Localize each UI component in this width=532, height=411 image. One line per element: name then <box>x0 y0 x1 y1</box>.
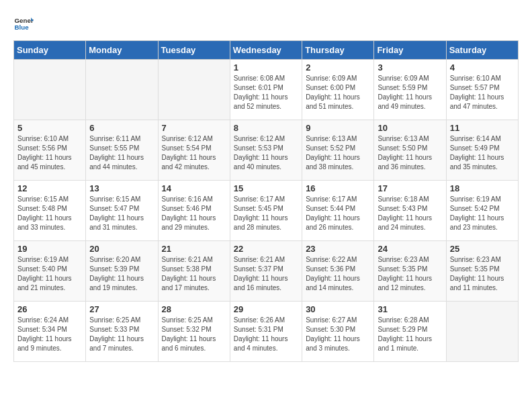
calendar-cell: 20Sunrise: 6:20 AM Sunset: 5:39 PM Dayli… <box>86 241 158 302</box>
day-info: Sunrise: 6:13 AM Sunset: 5:50 PM Dayligh… <box>378 134 442 172</box>
day-number: 23 <box>306 244 370 254</box>
calendar-cell: 6Sunrise: 6:11 AM Sunset: 5:55 PM Daylig… <box>86 120 158 181</box>
day-info: Sunrise: 6:20 AM Sunset: 5:39 PM Dayligh… <box>89 255 154 293</box>
day-number: 12 <box>17 183 82 193</box>
calendar-cell: 3Sunrise: 6:09 AM Sunset: 5:59 PM Daylig… <box>374 60 446 120</box>
calendar-cell <box>86 60 158 120</box>
day-number: 8 <box>234 123 298 133</box>
day-info: Sunrise: 6:10 AM Sunset: 5:57 PM Dayligh… <box>450 74 515 111</box>
calendar-cell: 30Sunrise: 6:27 AM Sunset: 5:30 PM Dayli… <box>302 302 374 362</box>
calendar-cell: 5Sunrise: 6:10 AM Sunset: 5:56 PM Daylig… <box>14 120 86 181</box>
day-info: Sunrise: 6:25 AM Sunset: 5:32 PM Dayligh… <box>162 316 226 353</box>
day-number: 2 <box>306 62 370 73</box>
calendar-cell: 9Sunrise: 6:13 AM Sunset: 5:52 PM Daylig… <box>302 120 374 181</box>
day-info: Sunrise: 6:21 AM Sunset: 5:38 PM Dayligh… <box>162 255 226 293</box>
weekday-cell: Thursday <box>302 41 374 60</box>
day-info: Sunrise: 6:13 AM Sunset: 5:52 PM Dayligh… <box>306 134 370 172</box>
calendar-row: 26Sunrise: 6:24 AM Sunset: 5:34 PM Dayli… <box>14 302 519 362</box>
day-number: 15 <box>234 183 298 193</box>
calendar-cell: 4Sunrise: 6:10 AM Sunset: 5:57 PM Daylig… <box>446 60 518 120</box>
day-number: 27 <box>89 304 154 314</box>
day-number: 5 <box>17 123 82 133</box>
logo-icon: General Blue <box>13 13 34 34</box>
weekday-cell: Friday <box>374 41 446 60</box>
calendar-cell: 7Sunrise: 6:12 AM Sunset: 5:54 PM Daylig… <box>158 120 230 181</box>
day-info: Sunrise: 6:19 AM Sunset: 5:40 PM Dayligh… <box>17 255 82 293</box>
day-info: Sunrise: 6:14 AM Sunset: 5:49 PM Dayligh… <box>450 134 515 172</box>
day-number: 26 <box>17 304 82 314</box>
day-number: 28 <box>162 304 226 314</box>
calendar-cell: 25Sunrise: 6:23 AM Sunset: 5:35 PM Dayli… <box>446 241 518 302</box>
day-info: Sunrise: 6:19 AM Sunset: 5:42 PM Dayligh… <box>450 195 515 232</box>
header: General Blue <box>13 13 519 34</box>
day-number: 9 <box>306 123 370 133</box>
calendar-cell: 17Sunrise: 6:18 AM Sunset: 5:43 PM Dayli… <box>374 181 446 241</box>
day-number: 10 <box>378 123 442 133</box>
day-number: 4 <box>450 62 515 73</box>
day-info: Sunrise: 6:17 AM Sunset: 5:45 PM Dayligh… <box>234 195 298 232</box>
calendar-cell: 15Sunrise: 6:17 AM Sunset: 5:45 PM Dayli… <box>230 181 302 241</box>
day-info: Sunrise: 6:11 AM Sunset: 5:55 PM Dayligh… <box>89 134 154 172</box>
day-info: Sunrise: 6:24 AM Sunset: 5:34 PM Dayligh… <box>17 316 82 353</box>
calendar-cell: 24Sunrise: 6:23 AM Sunset: 5:35 PM Dayli… <box>374 241 446 302</box>
weekday-header: SundayMondayTuesdayWednesdayThursdayFrid… <box>14 41 519 60</box>
day-info: Sunrise: 6:22 AM Sunset: 5:36 PM Dayligh… <box>306 255 370 293</box>
calendar-cell: 1Sunrise: 6:08 AM Sunset: 6:01 PM Daylig… <box>230 60 302 120</box>
day-info: Sunrise: 6:15 AM Sunset: 5:48 PM Dayligh… <box>17 195 82 232</box>
day-number: 3 <box>378 62 442 73</box>
day-number: 7 <box>162 123 226 133</box>
calendar: SundayMondayTuesdayWednesdayThursdayFrid… <box>13 40 519 362</box>
day-number: 17 <box>378 183 442 193</box>
day-number: 31 <box>378 304 442 314</box>
calendar-row: 12Sunrise: 6:15 AM Sunset: 5:48 PM Dayli… <box>14 181 519 241</box>
calendar-cell: 29Sunrise: 6:26 AM Sunset: 5:31 PM Dayli… <box>230 302 302 362</box>
day-info: Sunrise: 6:16 AM Sunset: 5:46 PM Dayligh… <box>162 195 226 232</box>
calendar-cell: 27Sunrise: 6:25 AM Sunset: 5:33 PM Dayli… <box>86 302 158 362</box>
day-info: Sunrise: 6:09 AM Sunset: 6:00 PM Dayligh… <box>306 74 370 111</box>
calendar-cell: 11Sunrise: 6:14 AM Sunset: 5:49 PM Dayli… <box>446 120 518 181</box>
svg-text:Blue: Blue <box>15 24 30 31</box>
day-info: Sunrise: 6:26 AM Sunset: 5:31 PM Dayligh… <box>234 316 298 353</box>
day-info: Sunrise: 6:10 AM Sunset: 5:56 PM Dayligh… <box>17 134 82 172</box>
day-number: 19 <box>17 244 82 254</box>
day-number: 13 <box>89 183 154 193</box>
day-info: Sunrise: 6:28 AM Sunset: 5:29 PM Dayligh… <box>378 316 442 353</box>
calendar-row: 1Sunrise: 6:08 AM Sunset: 6:01 PM Daylig… <box>14 60 519 120</box>
day-info: Sunrise: 6:17 AM Sunset: 5:44 PM Dayligh… <box>306 195 370 232</box>
day-number: 16 <box>306 183 370 193</box>
weekday-cell: Saturday <box>446 41 518 60</box>
calendar-row: 5Sunrise: 6:10 AM Sunset: 5:56 PM Daylig… <box>14 120 519 181</box>
day-number: 24 <box>378 244 442 254</box>
day-number: 20 <box>89 244 154 254</box>
calendar-cell: 22Sunrise: 6:21 AM Sunset: 5:37 PM Dayli… <box>230 241 302 302</box>
day-number: 14 <box>162 183 226 193</box>
calendar-cell: 18Sunrise: 6:19 AM Sunset: 5:42 PM Dayli… <box>446 181 518 241</box>
day-number: 30 <box>306 304 370 314</box>
day-info: Sunrise: 6:23 AM Sunset: 5:35 PM Dayligh… <box>450 255 515 293</box>
day-info: Sunrise: 6:23 AM Sunset: 5:35 PM Dayligh… <box>378 255 442 293</box>
calendar-cell <box>446 302 518 362</box>
day-number: 29 <box>234 304 298 314</box>
day-info: Sunrise: 6:08 AM Sunset: 6:01 PM Dayligh… <box>234 74 298 111</box>
day-number: 25 <box>450 244 515 254</box>
day-info: Sunrise: 6:12 AM Sunset: 5:54 PM Dayligh… <box>162 134 226 172</box>
calendar-cell: 16Sunrise: 6:17 AM Sunset: 5:44 PM Dayli… <box>302 181 374 241</box>
calendar-cell <box>158 60 230 120</box>
calendar-row: 19Sunrise: 6:19 AM Sunset: 5:40 PM Dayli… <box>14 241 519 302</box>
day-info: Sunrise: 6:15 AM Sunset: 5:47 PM Dayligh… <box>89 195 154 232</box>
calendar-cell: 14Sunrise: 6:16 AM Sunset: 5:46 PM Dayli… <box>158 181 230 241</box>
calendar-cell <box>14 60 86 120</box>
calendar-cell: 2Sunrise: 6:09 AM Sunset: 6:00 PM Daylig… <box>302 60 374 120</box>
calendar-cell: 23Sunrise: 6:22 AM Sunset: 5:36 PM Dayli… <box>302 241 374 302</box>
day-number: 18 <box>450 183 515 193</box>
calendar-cell: 12Sunrise: 6:15 AM Sunset: 5:48 PM Dayli… <box>14 181 86 241</box>
day-info: Sunrise: 6:09 AM Sunset: 5:59 PM Dayligh… <box>378 74 442 111</box>
day-number: 11 <box>450 123 515 133</box>
calendar-body: 1Sunrise: 6:08 AM Sunset: 6:01 PM Daylig… <box>14 60 519 362</box>
calendar-cell: 21Sunrise: 6:21 AM Sunset: 5:38 PM Dayli… <box>158 241 230 302</box>
calendar-cell: 31Sunrise: 6:28 AM Sunset: 5:29 PM Dayli… <box>374 302 446 362</box>
weekday-cell: Wednesday <box>230 41 302 60</box>
day-number: 21 <box>162 244 226 254</box>
day-number: 1 <box>234 62 298 73</box>
day-number: 22 <box>234 244 298 254</box>
